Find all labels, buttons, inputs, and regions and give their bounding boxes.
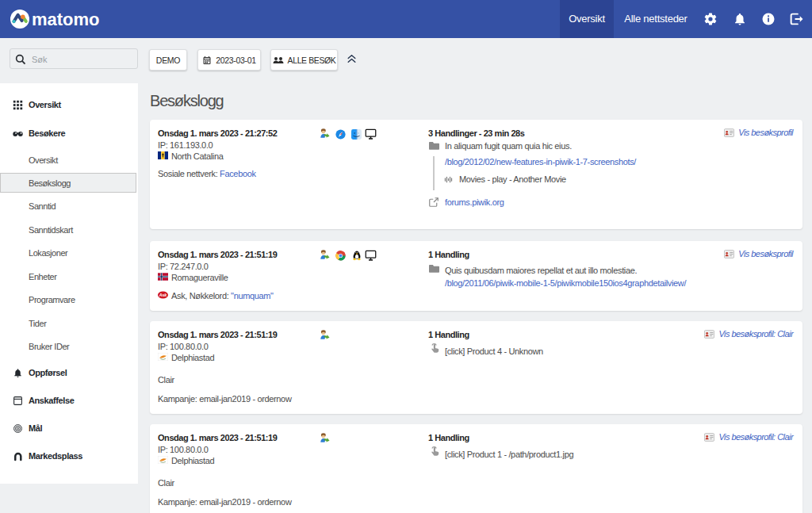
svg-text:Ask: Ask: [159, 293, 168, 297]
